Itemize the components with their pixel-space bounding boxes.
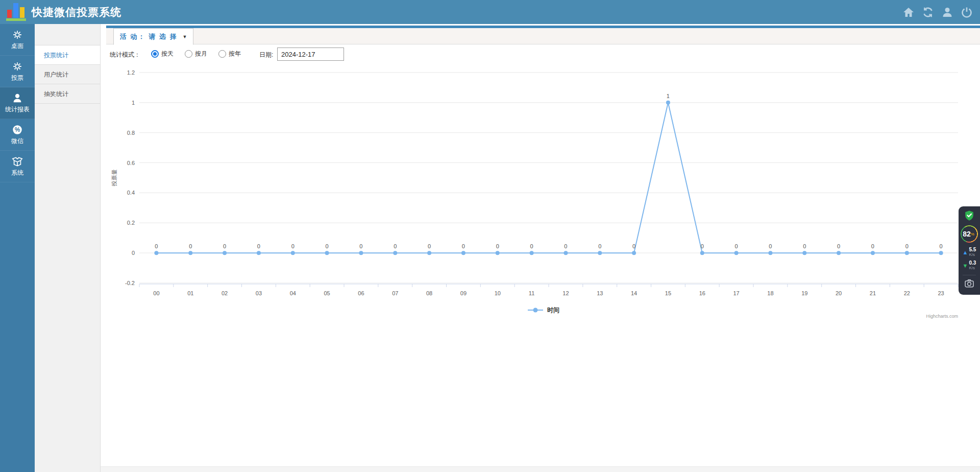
data-label: 1 [667, 93, 670, 99]
data-label: 0 [769, 243, 772, 249]
data-point[interactable] [802, 251, 806, 255]
open-box-icon [12, 156, 23, 167]
user-icon[interactable] [941, 6, 953, 18]
data-point[interactable] [700, 251, 704, 255]
data-label: 0 [189, 243, 192, 249]
data-point[interactable] [564, 251, 568, 255]
browser-speed-widget: ▲ 5.5 K/s ▼ 0.3 K/s [959, 206, 980, 295]
series-line [156, 103, 941, 253]
home-icon[interactable] [902, 6, 915, 18]
data-point[interactable] [257, 251, 261, 255]
app-logo-icon [5, 3, 28, 21]
x-axis-label: 22 [904, 290, 910, 296]
download-unit: K/s [969, 266, 976, 271]
activity-select-dropdown[interactable]: 活 动： 请 选 择▼ [113, 28, 193, 45]
download-speed[interactable]: ▼ 0.3 K/s [963, 261, 976, 271]
gear-icon [12, 29, 23, 40]
radio-by-day[interactable]: 按天 [151, 50, 174, 58]
date-input[interactable] [277, 48, 344, 61]
sidebar-item-statistics[interactable]: 统计报表 [0, 87, 35, 119]
upload-speed[interactable]: ▲ 5.5 K/s [963, 247, 976, 257]
subnav-item-lottery-stats[interactable]: 抽奖统计 [35, 84, 100, 104]
subnav-item-user-stats[interactable]: 用户统计 [35, 65, 100, 84]
legend[interactable]: 时间 [528, 306, 559, 314]
percent-badge-icon: % [12, 124, 23, 135]
data-label: 0 [530, 243, 533, 249]
data-point[interactable] [223, 251, 227, 255]
radio-dot [151, 50, 159, 58]
sidebar-item-wechat[interactable]: % 微信 [0, 119, 35, 151]
x-axis-label: 05 [324, 290, 330, 296]
x-axis-label: 06 [358, 290, 364, 296]
screenshot-camera-icon[interactable] [964, 278, 974, 289]
x-axis-label: 07 [392, 290, 398, 296]
radio-by-year[interactable]: 按年 [218, 50, 241, 58]
data-point[interactable] [496, 251, 500, 255]
x-axis-label: 11 [529, 290, 534, 296]
power-icon[interactable] [961, 6, 973, 18]
memory-percent-label[interactable]: 82% [959, 225, 978, 243]
data-label: 0 [257, 243, 260, 249]
x-axis-label: 10 [495, 290, 501, 296]
subnav-item-vote-stats[interactable]: 投票统计 [35, 45, 100, 65]
radio-label: 按年 [229, 50, 241, 58]
data-point[interactable] [359, 251, 363, 255]
memory-percent-value: 82 [963, 230, 971, 238]
radio-label: 按天 [161, 50, 174, 58]
security-shield-icon[interactable] [964, 210, 975, 221]
data-label: 0 [837, 243, 840, 249]
header-icon-group [902, 0, 973, 24]
legend-label: 时间 [547, 306, 559, 314]
user-icon [12, 92, 23, 104]
data-point[interactable] [768, 251, 772, 255]
data-label: 0 [701, 243, 704, 249]
upload-arrow-icon: ▲ [963, 249, 968, 255]
data-label: 0 [394, 243, 397, 249]
data-point[interactable] [393, 251, 397, 255]
vote-statistics-chart: 1.210.80.60.40.20-0.20001020304050607080… [106, 66, 980, 322]
data-point[interactable] [939, 251, 943, 255]
mode-label: 统计模式： [110, 51, 140, 59]
data-point[interactable] [598, 251, 602, 255]
data-point[interactable] [734, 251, 739, 255]
x-axis-label: 18 [767, 290, 773, 296]
data-point[interactable] [325, 251, 329, 255]
data-point[interactable] [461, 251, 465, 255]
legend-marker-icon [533, 308, 538, 313]
filter-row: 统计模式： 按天 按月 按年 日期: [106, 46, 980, 63]
data-point[interactable] [905, 251, 909, 255]
data-point[interactable] [871, 251, 875, 255]
data-label: 0 [496, 243, 499, 249]
data-point[interactable] [837, 251, 841, 255]
refresh-icon[interactable] [922, 6, 934, 18]
activity-tab-label: 活 动： 请 选 择 [120, 33, 177, 40]
main-content: 活 动： 请 选 择▼ 统计模式： 按天 按月 按年 日期: [101, 24, 980, 472]
sidebar-item-desktop[interactable]: 桌面 [0, 24, 35, 56]
data-point[interactable] [666, 101, 670, 105]
data-point[interactable] [154, 251, 158, 255]
data-point[interactable] [530, 251, 534, 255]
data-point[interactable] [291, 251, 295, 255]
data-point[interactable] [632, 251, 636, 255]
radio-by-month[interactable]: 按月 [185, 50, 207, 58]
x-axis-label: 14 [631, 290, 637, 296]
status-strip [101, 466, 980, 472]
svg-text:%: % [15, 126, 20, 133]
y-axis-title: 投票量 [111, 170, 117, 187]
chart-credits[interactable]: Highcharts.com [926, 314, 958, 319]
y-axis-label: 0.4 [127, 190, 135, 196]
data-point[interactable] [188, 251, 192, 255]
sidebar-item-system[interactable]: 系统 [0, 151, 35, 182]
sidebar-item-label: 系统 [11, 169, 23, 177]
data-point[interactable] [427, 251, 431, 255]
download-arrow-icon: ▼ [963, 263, 968, 269]
data-label: 0 [155, 243, 158, 249]
tab-strip: 活 动： 请 选 择▼ [106, 28, 980, 44]
upload-unit: K/s [969, 252, 976, 257]
x-axis-label: 17 [733, 290, 739, 296]
data-label: 0 [462, 243, 465, 249]
download-value: 0.3 [969, 261, 976, 266]
sidebar-item-vote[interactable]: 投票 [0, 56, 35, 87]
sidebar-item-label: 微信 [11, 137, 23, 146]
sub-navigation: 投票统计 用户统计 抽奖统计 [35, 24, 101, 472]
